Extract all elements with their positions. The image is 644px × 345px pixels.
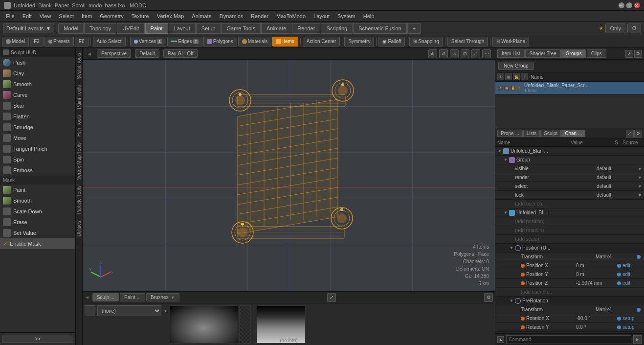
group-lock-icon[interactable]: 🔒	[510, 85, 516, 91]
preset-dropdown-arrow[interactable]: ▼	[163, 308, 168, 313]
edges-btn[interactable]: Edges 2	[167, 37, 202, 46]
vtab-hair-tools[interactable]: Hair Tools	[75, 112, 83, 139]
group-row-main[interactable]: 👁 ▣ 🔒 + Unfolded_Blank_Paper_Scr... 1 It…	[495, 82, 644, 94]
viewport-icon-3[interactable]: ⌕	[450, 49, 459, 58]
tab-layout[interactable]: Layout	[169, 23, 196, 34]
layout-dropdown[interactable]: Default Layouts ▼	[3, 23, 54, 33]
items-btn[interactable]: Items	[272, 37, 298, 46]
chan-row-transform[interactable]: Transform Matrix4	[495, 253, 644, 261]
btm-expand-btn[interactable]: ⤢	[327, 293, 336, 302]
tool-mask-paint[interactable]: Paint	[0, 184, 75, 195]
vtab-particle-tools[interactable]: Particle Tools	[75, 183, 83, 217]
rt-settings-icon[interactable]: ⚙	[634, 50, 642, 58]
tool-flatten[interactable]: Flatten	[0, 111, 75, 122]
group-eye-icon[interactable]: 👁	[497, 85, 503, 91]
chan-expand-0[interactable]: ▼	[497, 149, 502, 154]
viewport-3d[interactable]: 4 Items Polygons : Face Channels: 0 Defo…	[83, 60, 495, 291]
select-through-btn[interactable]: Select Through	[447, 37, 489, 46]
tool-carve[interactable]: Carve	[0, 90, 75, 100]
cmd-expand-icon[interactable]: ▲	[497, 336, 504, 343]
expand-tools-btn[interactable]: >>	[2, 335, 73, 343]
menu-select[interactable]: Select	[55, 12, 78, 20]
f6-btn[interactable]: F6	[75, 37, 89, 46]
tab-paint[interactable]: Paint	[145, 23, 168, 34]
vtab-vertex-map-tools[interactable]: Vertex Map Tools	[75, 139, 83, 183]
close-button[interactable]: ✕	[634, 2, 640, 8]
tab-topology[interactable]: Topology	[84, 23, 116, 34]
groups-eye-icon[interactable]: 👁	[497, 73, 504, 80]
btm-tab-paint[interactable]: Paint ...	[120, 293, 145, 301]
tool-scar[interactable]: Scar	[0, 100, 75, 111]
btm-tab-brushes[interactable]: Brushes ▼	[146, 293, 179, 301]
chan-expand-mesh[interactable]: ▼	[503, 210, 508, 215]
chan-src-pos-y[interactable]: edit	[622, 272, 642, 277]
tool-emboss[interactable]: Emboss	[0, 165, 75, 176]
viewport-style-tab[interactable]: Default	[135, 49, 159, 58]
vertices-btn[interactable]: Vertices 1	[130, 37, 167, 46]
menu-file[interactable]: File	[2, 12, 19, 20]
chan-row-pos-z[interactable]: Position Z -1.9074 mm edit	[495, 279, 644, 288]
chan-src-pos-z[interactable]: edit	[622, 280, 642, 286]
f2-btn[interactable]: F2	[30, 37, 44, 46]
chan-row-group[interactable]: ▼ Group	[495, 156, 644, 164]
rt-tab-groups[interactable]: Groups	[561, 49, 586, 58]
viewport-icon-1[interactable]: ⊕	[428, 49, 437, 58]
tool-spin[interactable]: Spin	[0, 154, 75, 165]
settings-btn[interactable]: ⚙	[627, 23, 641, 33]
bottom-nav-icon[interactable]: ◄	[85, 295, 89, 300]
falloff-btn[interactable]: ◉ Falloff	[378, 37, 405, 46]
menu-help[interactable]: Help	[359, 12, 378, 20]
viewport-icon-2[interactable]: ↺	[439, 49, 448, 58]
viewport-perspective-tab[interactable]: Perspective	[97, 49, 131, 58]
chan-row-add-scale[interactable]: (add scale)	[495, 235, 644, 244]
mode-model-btn[interactable]: Model	[2, 37, 29, 46]
chan-dd-select[interactable]: ▼	[638, 184, 642, 189]
groups-expand-icon[interactable]: +	[521, 73, 528, 80]
vtab-utilities[interactable]: Utilities	[75, 218, 83, 239]
chan-row-add-user-2[interactable]: (add user ch...	[495, 288, 644, 297]
rt-tab-clips[interactable]: Clips	[587, 49, 606, 58]
tab-animate[interactable]: Animate	[261, 23, 291, 34]
chan-row-prerot-transform[interactable]: Transform Matrix4	[495, 305, 644, 314]
tab-schematic[interactable]: Schematic Fusion	[353, 23, 406, 34]
chan-row-render[interactable]: render default ▼	[495, 173, 644, 182]
only-btn[interactable]: Only	[605, 23, 625, 33]
group-render-icon[interactable]: ▣	[504, 85, 510, 91]
ct-tab-properties[interactable]: Prope ...	[497, 130, 523, 137]
tool-smudge[interactable]: Smudge	[0, 122, 75, 133]
presets-btn[interactable]: Presets	[44, 37, 74, 46]
chan-row-visible[interactable]: visible default ▼	[495, 164, 644, 173]
rt-tab-shader-tree[interactable]: Shader Tree	[525, 49, 561, 58]
tool-push[interactable]: Push	[0, 57, 75, 68]
ct-tab-chan[interactable]: Chan ...	[561, 130, 585, 137]
viewport-icon-5[interactable]: ⤢	[471, 49, 480, 58]
btm-tab-sculpt[interactable]: Sculp ...	[92, 293, 119, 301]
chan-expand-group[interactable]: ▼	[503, 158, 508, 162]
tool-move[interactable]: Move	[0, 133, 75, 143]
ct-expand-icon[interactable]: ⤢	[626, 130, 634, 138]
chan-row-unfolded-bl[interactable]: ▼ Unfolded_Bl ...	[495, 208, 644, 217]
viewport-icon-6[interactable]: ⋯	[482, 49, 491, 58]
chan-src-rot-x[interactable]: setup	[622, 316, 642, 321]
menu-view[interactable]: View	[36, 12, 55, 20]
tool-clay[interactable]: Clay	[0, 68, 75, 79]
rt-expand-icon[interactable]: ⤢	[625, 50, 633, 58]
menu-system[interactable]: System	[333, 12, 359, 20]
menu-geometry[interactable]: Geometry	[96, 12, 127, 20]
chan-row-pos-y[interactable]: Position Y 0 m edit	[495, 270, 644, 279]
ct-tab-lists[interactable]: Lists	[523, 130, 540, 137]
minimize-button[interactable]: ─	[619, 2, 624, 8]
tab-add[interactable]: +	[407, 23, 421, 34]
chan-row-position-u[interactable]: ▼ Position (U...	[495, 244, 644, 253]
preset-dropdown[interactable]: (none)	[97, 305, 161, 316]
chan-row-add-rot[interactable]: (add rotation)	[495, 226, 644, 235]
workplane-btn[interactable]: ⊟ WorkPlane	[492, 37, 529, 46]
chan-row-lock[interactable]: lock default ▼	[495, 191, 644, 200]
menu-item[interactable]: Item	[78, 12, 96, 20]
menu-dynamics[interactable]: Dynamics	[216, 12, 247, 20]
chan-row-rot-y[interactable]: Rotation Y 0.0 ° setup	[495, 323, 644, 332]
menu-texture[interactable]: Texture	[128, 12, 153, 20]
maximize-button[interactable]: □	[626, 2, 632, 8]
chan-row-rot-x[interactable]: Rotation X -90.0 ° setup	[495, 314, 644, 323]
tool-smooth[interactable]: Smooth	[0, 79, 75, 90]
